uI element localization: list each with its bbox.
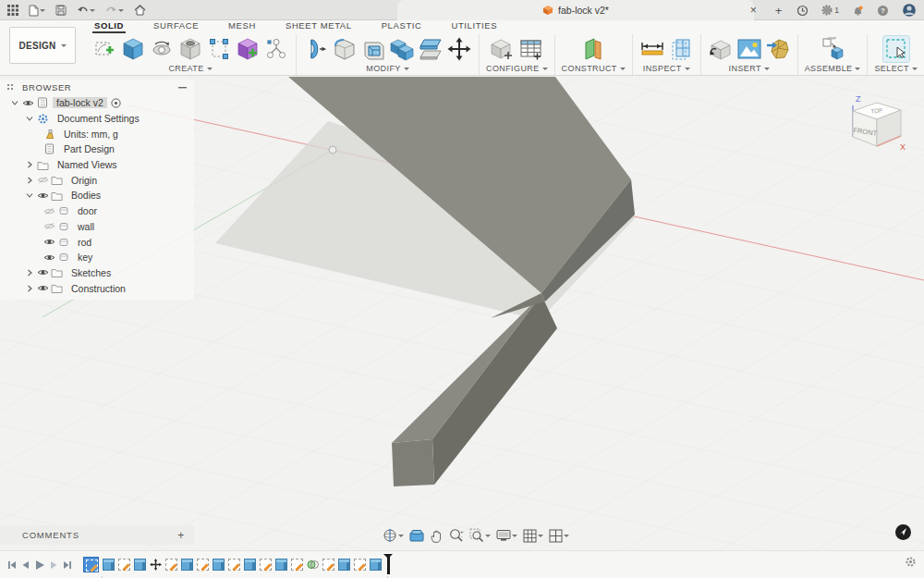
tab-utilities[interactable]: UTILITIES bbox=[449, 20, 499, 33]
browser-item-label[interactable]: rod bbox=[74, 237, 95, 248]
chevron-right-icon[interactable] bbox=[22, 177, 36, 184]
pattern-icon[interactable] bbox=[206, 36, 232, 62]
visibility-eye-off-icon[interactable] bbox=[43, 207, 56, 215]
collapse-panel-icon[interactable] bbox=[178, 86, 187, 89]
visibility-eye-off-icon[interactable] bbox=[43, 222, 56, 230]
zoom-icon[interactable]: +- bbox=[448, 527, 465, 544]
chevron-down-icon[interactable] bbox=[22, 115, 36, 122]
visibility-eye-icon[interactable] bbox=[36, 284, 50, 292]
browser-item-door[interactable]: door bbox=[0, 203, 194, 219]
browser-item-bodies[interactable]: Bodies bbox=[0, 188, 194, 203]
browser-item-rod[interactable]: rod bbox=[0, 234, 194, 250]
browser-item-label[interactable]: Construction bbox=[67, 283, 129, 294]
browser-item-label[interactable]: fab-lock v2 bbox=[53, 97, 107, 108]
timeline-feature-sketch[interactable] bbox=[354, 559, 366, 571]
hole-icon[interactable] bbox=[177, 36, 203, 62]
app-grid-icon[interactable] bbox=[6, 3, 20, 18]
viewcube-top-label[interactable]: TOP bbox=[870, 107, 883, 115]
home-icon[interactable] bbox=[132, 3, 148, 18]
canvas-icon[interactable] bbox=[736, 36, 762, 62]
timeline-feature-extrude[interactable] bbox=[338, 559, 350, 571]
timeline-feature-extrude[interactable] bbox=[213, 559, 225, 571]
visibility-eye-icon[interactable] bbox=[43, 253, 56, 262]
browser-item-sketches[interactable]: Sketches bbox=[0, 265, 194, 281]
visibility-eye-icon[interactable] bbox=[43, 238, 56, 246]
timeline-feature-sketch[interactable] bbox=[228, 559, 240, 571]
viewports-icon[interactable] bbox=[548, 528, 570, 544]
close-tab-icon[interactable]: × bbox=[745, 4, 762, 17]
browser-item-label[interactable]: Origin bbox=[67, 175, 101, 186]
browser-header[interactable]: BROWSER bbox=[0, 80, 194, 95]
step-back-icon[interactable] bbox=[21, 560, 30, 570]
timeline-feature-extrude[interactable] bbox=[275, 559, 287, 571]
visibility-eye-icon[interactable] bbox=[36, 268, 50, 277]
fillet-icon[interactable] bbox=[332, 36, 358, 62]
timeline-feature-sketch[interactable] bbox=[322, 559, 334, 571]
assistant-badge-icon[interactable] bbox=[895, 524, 911, 540]
timeline-feature-sketch[interactable] bbox=[197, 559, 209, 571]
help-icon[interactable]: ? bbox=[875, 3, 891, 18]
fit-icon[interactable] bbox=[468, 527, 492, 544]
measure-icon[interactable] bbox=[639, 36, 665, 62]
insert-mesh-icon[interactable] bbox=[765, 36, 791, 62]
document-tab[interactable]: fab-lock v2* bbox=[397, 0, 754, 20]
browser-item-label[interactable]: Part Design bbox=[60, 143, 118, 154]
browser-item-label[interactable]: key bbox=[74, 252, 96, 263]
user-avatar-icon[interactable] bbox=[900, 1, 918, 19]
tab-plastic[interactable]: PLASTIC bbox=[380, 20, 424, 33]
notifications-icon[interactable] bbox=[850, 3, 866, 18]
group-construct-label[interactable]: CONSTRUCT bbox=[562, 64, 626, 73]
group-modify-label[interactable]: MODIFY bbox=[366, 64, 408, 73]
timeline-feature-extrude[interactable] bbox=[370, 559, 382, 571]
chevron-right-icon[interactable] bbox=[22, 161, 36, 168]
timeline-feature-sketch[interactable] bbox=[291, 559, 303, 571]
browser-item-label[interactable]: door bbox=[74, 205, 101, 216]
group-select-label[interactable]: SELECT bbox=[874, 64, 917, 73]
construction-plane-icon[interactable] bbox=[580, 36, 606, 62]
skip-start-icon[interactable] bbox=[7, 560, 17, 570]
pan-icon[interactable] bbox=[429, 528, 444, 544]
tab-sheet-metal[interactable]: SHEET METAL bbox=[284, 20, 354, 33]
history-icon[interactable] bbox=[795, 3, 810, 18]
look-at-icon[interactable] bbox=[408, 528, 425, 543]
job-status-icon[interactable]: 1 bbox=[820, 3, 841, 18]
browser-item-label[interactable]: Document Settings bbox=[54, 113, 143, 124]
combine-icon[interactable] bbox=[389, 36, 415, 62]
chevron-down-icon[interactable] bbox=[7, 99, 21, 106]
browser-item-label[interactable]: Bodies bbox=[67, 190, 104, 201]
file-menu-icon[interactable] bbox=[27, 3, 47, 18]
extrude-icon[interactable] bbox=[120, 36, 146, 62]
origin-point[interactable] bbox=[329, 146, 336, 154]
browser-item-label[interactable]: Units: mm, g bbox=[60, 129, 122, 140]
revolve-icon[interactable] bbox=[149, 36, 175, 62]
timeline-feature-extrude[interactable] bbox=[134, 559, 146, 571]
browser-item-root[interactable]: fab-lock v2 bbox=[0, 95, 194, 111]
timeline-playhead[interactable] bbox=[387, 556, 390, 574]
group-configure-label[interactable]: CONFIGURE bbox=[486, 64, 548, 73]
tab-surface[interactable]: SURFACE bbox=[152, 20, 201, 33]
new-tab-icon[interactable]: + bbox=[772, 4, 786, 18]
browser-item-label[interactable]: wall bbox=[74, 221, 98, 232]
skip-end-icon[interactable] bbox=[63, 560, 72, 570]
section-analysis-icon[interactable] bbox=[668, 36, 694, 62]
browser-item-construction[interactable]: Construction bbox=[0, 280, 194, 296]
timeline-feature-extrude[interactable] bbox=[103, 559, 115, 571]
browser-item-units[interactable]: Units: mm, g bbox=[0, 126, 194, 141]
chevron-right-icon[interactable] bbox=[22, 285, 36, 292]
create-sketch-icon[interactable] bbox=[91, 36, 117, 62]
browser-item-label[interactable]: Sketches bbox=[67, 267, 115, 278]
timeline-feature-move[interactable] bbox=[150, 559, 162, 571]
visibility-eye-icon[interactable] bbox=[36, 191, 50, 200]
configuration-icon[interactable] bbox=[490, 36, 516, 62]
browser-item-document-settings[interactable]: Document Settings bbox=[0, 111, 194, 127]
group-insert-label[interactable]: INSERT bbox=[729, 64, 770, 73]
rod-end-face[interactable] bbox=[392, 439, 434, 486]
workspace-selector[interactable]: DESIGN bbox=[9, 27, 76, 64]
browser-item-wall[interactable]: wall bbox=[0, 219, 194, 235]
orbit-icon[interactable] bbox=[382, 527, 405, 544]
tab-solid[interactable]: SOLID bbox=[92, 20, 126, 33]
redo-icon[interactable] bbox=[103, 4, 126, 18]
new-component-icon[interactable] bbox=[820, 36, 845, 62]
play-icon[interactable] bbox=[34, 560, 45, 571]
shell-icon[interactable] bbox=[360, 36, 386, 62]
